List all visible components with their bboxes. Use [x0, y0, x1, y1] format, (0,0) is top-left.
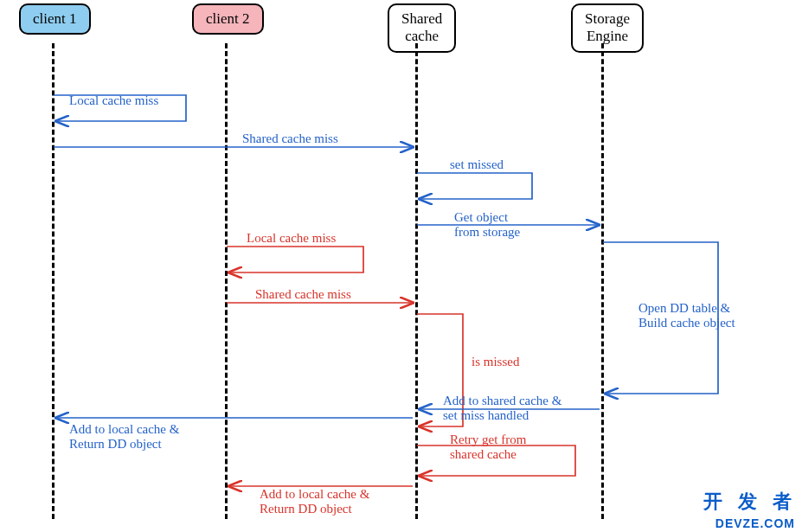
label-open-dd-table: Open DD table &Build cache object — [638, 301, 735, 331]
watermark-sub: DEVZE.COM — [715, 516, 795, 530]
label-local-cache-miss-1: Local cache miss — [69, 93, 158, 108]
label-shared-cache-miss-2: Shared cache miss — [255, 287, 351, 302]
watermark-main: 开 发 者 — [703, 489, 797, 515]
label-add-shared-cache: Add to shared cache &set miss handled — [443, 394, 561, 424]
actor-shared-cache: Sharedcache — [388, 3, 456, 53]
label-set-missed: set missed — [450, 157, 504, 172]
lifeline-shared-cache — [415, 43, 418, 519]
actor-storage-engine: StorageEngine — [571, 3, 644, 53]
label-shared-cache-miss-1: Shared cache miss — [242, 131, 338, 146]
actor-client1: client 1 — [19, 3, 91, 35]
label-add-local-cache-1: Add to local cache &Return DD object — [69, 422, 179, 452]
arrows-layer — [0, 0, 802, 532]
lifeline-client2 — [225, 43, 228, 519]
label-is-missed: is missed — [472, 355, 519, 369]
label-get-object: Get objectfrom storage — [454, 210, 520, 240]
label-add-local-cache-2: Add to local cache &Return DD object — [260, 487, 369, 517]
label-retry-get: Retry get fromshared cache — [450, 433, 526, 463]
actor-client2: client 2 — [192, 3, 264, 35]
lifeline-storage-engine — [601, 43, 604, 519]
lifeline-client1 — [52, 43, 55, 519]
label-local-cache-miss-2: Local cache miss — [247, 231, 336, 246]
